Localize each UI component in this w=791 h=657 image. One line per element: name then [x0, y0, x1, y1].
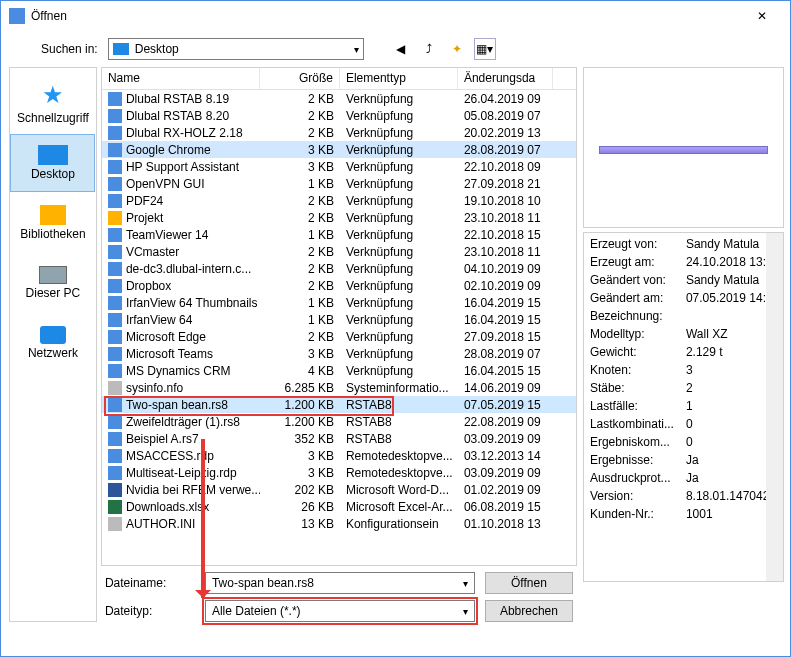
file-date: 22.10.2018 09 — [458, 160, 553, 174]
file-row[interactable]: Nvidia bei RFEM verwe...202 KBMicrosoft … — [102, 481, 576, 498]
file-size: 13 KB — [260, 517, 340, 531]
file-date: 27.09.2018 15 — [458, 330, 553, 344]
file-row[interactable]: MSACCESS.rdp3 KBRemotedesktopve...03.12.… — [102, 447, 576, 464]
file-type: Verknüpfung — [340, 296, 458, 310]
title-bar: Öffnen ✕ — [1, 1, 790, 31]
meta-key: Lastkombinati... — [586, 417, 686, 435]
file-row[interactable]: HP Support Assistant3 KBVerknüpfung22.10… — [102, 158, 576, 175]
file-row[interactable]: Dlubal RX-HOLZ 2.182 KBVerknüpfung20.02.… — [102, 124, 576, 141]
file-date: 04.10.2019 09 — [458, 262, 553, 276]
sidebar-item-quickaccess[interactable]: ★ Schnellzugriff — [10, 74, 95, 132]
meta-key: Knoten: — [586, 363, 686, 381]
up-button[interactable]: ⤴ — [418, 38, 440, 60]
file-type: Verknüpfung — [340, 262, 458, 276]
file-date: 28.08.2019 07 — [458, 143, 553, 157]
file-name: HP Support Assistant — [126, 160, 239, 174]
cancel-button[interactable]: Abbrechen — [485, 600, 573, 622]
file-row[interactable]: Zweifeldträger (1).rs81.200 KBRSTAB822.0… — [102, 413, 576, 430]
file-name: Dlubal RX-HOLZ 2.18 — [126, 126, 243, 140]
metadata-row: Gewicht:2.129 t — [586, 345, 781, 363]
chevron-down-icon: ▾ — [354, 44, 359, 55]
file-date: 16.04.2015 15 — [458, 364, 553, 378]
file-row[interactable]: Beispiel A.rs7352 KBRSTAB803.09.2019 09 — [102, 430, 576, 447]
file-type: Verknüpfung — [340, 279, 458, 293]
file-row[interactable]: PDF242 KBVerknüpfung19.10.2018 10 — [102, 192, 576, 209]
file-row[interactable]: AUTHOR.INI13 KBKonfigurationsein01.10.20… — [102, 515, 576, 532]
file-icon — [108, 347, 122, 361]
file-size: 3 KB — [260, 449, 340, 463]
file-date: 23.10.2018 11 — [458, 211, 553, 225]
file-size: 1.200 KB — [260, 398, 340, 412]
metadata-row: Ergebnisse:Ja — [586, 453, 781, 471]
filetype-combo[interactable]: Alle Dateien (*.*) ▾ — [205, 600, 475, 622]
file-date: 20.02.2019 13 — [458, 126, 553, 140]
file-row[interactable]: Projekt2 KBVerknüpfung23.10.2018 11 — [102, 209, 576, 226]
file-type: Verknüpfung — [340, 109, 458, 123]
desktop-icon — [113, 43, 129, 55]
file-list: Name Größe Elementtyp Änderungsda Dlubal… — [101, 67, 577, 566]
file-type: Verknüpfung — [340, 330, 458, 344]
sidebar-item-label: Bibliotheken — [20, 227, 85, 241]
column-size[interactable]: Größe — [260, 68, 340, 89]
file-row[interactable]: Multiseat-Leipzig.rdp3 KBRemotedesktopve… — [102, 464, 576, 481]
file-size: 6.285 KB — [260, 381, 340, 395]
look-in-combo[interactable]: Desktop ▾ — [108, 38, 364, 60]
sidebar-item-desktop[interactable]: Desktop — [10, 134, 95, 192]
file-name: Microsoft Teams — [126, 347, 213, 361]
file-row[interactable]: Dlubal RSTAB 8.202 KBVerknüpfung05.08.20… — [102, 107, 576, 124]
filetype-label: Dateityp: — [105, 604, 195, 618]
file-row[interactable]: Microsoft Teams3 KBVerknüpfung28.08.2019… — [102, 345, 576, 362]
file-name: Nvidia bei RFEM verwe... — [126, 483, 260, 497]
new-folder-button[interactable]: ✦ — [446, 38, 468, 60]
file-row[interactable]: Google Chrome3 KBVerknüpfung28.08.2019 0… — [102, 141, 576, 158]
vertical-scrollbar[interactable] — [766, 233, 783, 581]
file-row[interactable]: IrfanView 641 KBVerknüpfung16.04.2019 15 — [102, 311, 576, 328]
file-name: sysinfo.nfo — [126, 381, 183, 395]
file-date: 26.04.2019 09 — [458, 92, 553, 106]
open-button[interactable]: Öffnen — [485, 572, 573, 594]
metadata-row: Lastkombinati...0 — [586, 417, 781, 435]
meta-key: Bezeichnung: — [586, 309, 686, 327]
column-type[interactable]: Elementtyp — [340, 68, 458, 89]
file-row[interactable]: Two-span bean.rs81.200 KBRSTAB807.05.201… — [102, 396, 576, 413]
file-row[interactable]: IrfanView 64 Thumbnails1 KBVerknüpfung16… — [102, 294, 576, 311]
file-size: 1.200 KB — [260, 415, 340, 429]
file-row[interactable]: OpenVPN GUI1 KBVerknüpfung27.09.2018 21 — [102, 175, 576, 192]
file-date: 03.12.2013 14 — [458, 449, 553, 463]
filename-label: Dateiname: — [105, 576, 195, 590]
file-type: Verknüpfung — [340, 364, 458, 378]
file-row[interactable]: Dlubal RSTAB 8.192 KBVerknüpfung26.04.20… — [102, 90, 576, 107]
file-type: RSTAB8 — [340, 432, 458, 446]
filename-input[interactable]: Two-span bean.rs8 ▾ — [205, 572, 475, 594]
file-row[interactable]: Dropbox2 KBVerknüpfung02.10.2019 09 — [102, 277, 576, 294]
file-icon — [108, 262, 122, 276]
sidebar-item-network[interactable]: Netzwerk — [10, 314, 95, 372]
meta-key: Ergebniskom... — [586, 435, 686, 453]
file-date: 01.02.2019 09 — [458, 483, 553, 497]
file-size: 1 KB — [260, 228, 340, 242]
file-type: Verknüpfung — [340, 126, 458, 140]
view-menu-button[interactable]: ▦▾ — [474, 38, 496, 60]
file-size: 1 KB — [260, 177, 340, 191]
sidebar-item-this-pc[interactable]: Dieser PC — [10, 254, 95, 312]
file-size: 2 KB — [260, 330, 340, 344]
close-button[interactable]: ✕ — [742, 2, 782, 30]
file-row[interactable]: VCmaster2 KBVerknüpfung23.10.2018 11 — [102, 243, 576, 260]
file-row[interactable]: Microsoft Edge2 KBVerknüpfung27.09.2018 … — [102, 328, 576, 345]
file-row[interactable]: de-dc3.dlubal-intern.c...2 KBVerknüpfung… — [102, 260, 576, 277]
file-row[interactable]: MS Dynamics CRM4 KBVerknüpfung16.04.2015… — [102, 362, 576, 379]
sidebar-item-libraries[interactable]: Bibliotheken — [10, 194, 95, 252]
metadata-row: Erzeugt von:Sandy Matula — [586, 237, 781, 255]
file-row[interactable]: TeamViewer 141 KBVerknüpfung22.10.2018 1… — [102, 226, 576, 243]
file-row[interactable]: Downloads.xlsx26 KBMicrosoft Excel-Ar...… — [102, 498, 576, 515]
file-icon — [108, 143, 122, 157]
meta-key: Ausdruckprot... — [586, 471, 686, 489]
file-size: 4 KB — [260, 364, 340, 378]
file-name: Dropbox — [126, 279, 171, 293]
metadata-row: Version:8.18.01.147042 — [586, 489, 781, 507]
column-name[interactable]: Name — [102, 68, 260, 89]
file-row[interactable]: sysinfo.nfo6.285 KBSysteminformatio...14… — [102, 379, 576, 396]
file-name: Beispiel A.rs7 — [126, 432, 199, 446]
back-button[interactable]: ◀ — [390, 38, 412, 60]
column-date[interactable]: Änderungsda — [458, 68, 553, 89]
